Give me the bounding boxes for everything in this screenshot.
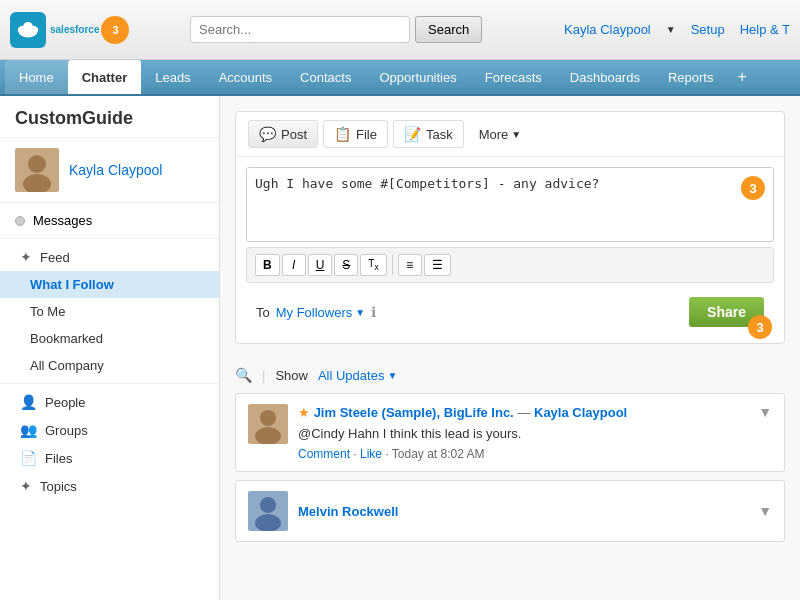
feed-item-linked-by[interactable]: Kayla Claypool	[534, 405, 627, 420]
all-updates-chevron-icon: ▼	[387, 370, 397, 381]
post-area: 💬 Post 📋 File 📝 Task More ▼ Ug	[235, 111, 785, 344]
followers-chevron-icon: ▼	[355, 307, 365, 318]
sidebar-item-bookmarked[interactable]: Bookmarked	[0, 325, 219, 352]
header-right: Kayla Claypool ▼ Setup Help & T	[564, 22, 790, 37]
feed-avatar-2	[248, 491, 288, 531]
format-ordered-list[interactable]: ≡	[398, 254, 422, 276]
sidebar-item-people[interactable]: 👤 People	[0, 388, 219, 416]
format-unordered-list[interactable]: ☰	[424, 254, 451, 276]
feed-item-name-2[interactable]: Melvin Rockwell	[298, 504, 398, 519]
sidebar-item-groups[interactable]: 👥 Groups	[0, 416, 219, 444]
all-updates-label: All Updates	[318, 368, 384, 383]
feed-avatar-1	[248, 404, 288, 444]
feed-item: ★ Jim Steele (Sample), BigLife Inc. — Ka…	[235, 393, 785, 472]
feed-item-actions: Comment · Like · Today at 8:02 AM	[298, 447, 627, 461]
sidebar-all-company-label: All Company	[30, 358, 104, 373]
feed-item-time: Today at 8:02 AM	[392, 447, 485, 461]
format-underline[interactable]: U	[308, 254, 333, 276]
header: salesforce 3 Search Kayla Claypool ▼ Set…	[0, 0, 800, 60]
format-strikethrough[interactable]: S	[334, 254, 358, 276]
nav-contacts[interactable]: Contacts	[286, 60, 365, 94]
user-name[interactable]: Kayla Claypool	[564, 22, 651, 37]
sidebar-groups-label: Groups	[45, 423, 88, 438]
content: 💬 Post 📋 File 📝 Task More ▼ Ug	[220, 96, 800, 600]
post-textarea-wrapper: Ugh I have some #[Competitors] - any adv…	[246, 167, 774, 242]
avatar	[15, 148, 59, 192]
post-tab-post[interactable]: 💬 Post	[248, 120, 318, 148]
help-link[interactable]: Help & T	[740, 22, 790, 37]
collapse-icon-2[interactable]: ▼	[758, 503, 772, 519]
profile-name[interactable]: Kayla Claypool	[69, 162, 162, 178]
sidebar-item-topics[interactable]: ✦ Topics	[0, 472, 219, 500]
sidebar-feed-label: Feed	[40, 250, 70, 265]
format-bold[interactable]: B	[255, 254, 280, 276]
share-step-badge: 3	[748, 315, 772, 339]
sidebar-item-to-me[interactable]: To Me	[0, 298, 219, 325]
file-icon: 📋	[334, 126, 351, 142]
sidebar-item-feed[interactable]: ✦ Feed	[0, 243, 219, 271]
sidebar-item-messages[interactable]: Messages	[0, 207, 219, 234]
collapse-icon[interactable]: ▼	[758, 404, 772, 420]
info-icon[interactable]: ℹ	[371, 304, 376, 320]
star-icon: ★	[298, 405, 310, 420]
sidebar-bookmarked-label: Bookmarked	[30, 331, 103, 346]
post-more-menu[interactable]: More ▼	[469, 122, 532, 147]
post-tab-file[interactable]: 📋 File	[323, 120, 388, 148]
nav-chatter[interactable]: Chatter	[68, 60, 142, 94]
sidebar: CustomGuide Kayla Claypool Messages	[0, 96, 220, 600]
topics-icon: ✦	[20, 478, 32, 494]
nav-dashboards[interactable]: Dashboards	[556, 60, 654, 94]
nav-home[interactable]: Home	[5, 60, 68, 94]
to-area: To My Followers ▼ ℹ	[256, 304, 376, 320]
sidebar-item-files[interactable]: 📄 Files	[0, 444, 219, 472]
feed-item-text: @Cindy Hahn I think this lead is yours.	[298, 426, 627, 441]
nav-opportunities[interactable]: Opportunities	[365, 60, 470, 94]
to-label: To	[256, 305, 270, 320]
followers-dropdown[interactable]: My Followers ▼	[276, 305, 365, 320]
logo-badge: 3	[101, 16, 129, 44]
feed-icon: ✦	[20, 249, 32, 265]
like-link[interactable]: Like	[360, 447, 382, 461]
feed-search-icon[interactable]: 🔍	[235, 367, 252, 383]
setup-link[interactable]: Setup	[691, 22, 725, 37]
format-italic[interactable]: I	[282, 254, 306, 276]
task-icon: 📝	[404, 126, 421, 142]
post-more-label: More	[479, 127, 509, 142]
nav-accounts[interactable]: Accounts	[205, 60, 286, 94]
post-textarea[interactable]: Ugh I have some #[Competitors] - any adv…	[247, 168, 773, 238]
groups-icon: 👥	[20, 422, 37, 438]
post-tab-task[interactable]: 📝 Task	[393, 120, 464, 148]
svg-point-6	[28, 155, 46, 173]
sidebar-item-all-company[interactable]: All Company	[0, 352, 219, 379]
svg-point-4	[23, 22, 32, 30]
comment-link[interactable]: Comment	[298, 447, 350, 461]
svg-point-9	[260, 410, 276, 426]
share-button-wrapper: Share 3	[689, 297, 764, 327]
step-badge-3: 3	[741, 176, 765, 200]
sidebar-item-what-i-follow[interactable]: What I Follow	[0, 271, 219, 298]
org-name: CustomGuide	[0, 96, 219, 138]
post-tab-task-label: Task	[426, 127, 453, 142]
feed-item-title: ★ Jim Steele (Sample), BigLife Inc. — Ka…	[298, 404, 627, 422]
files-icon: 📄	[20, 450, 37, 466]
followers-label: My Followers	[276, 305, 353, 320]
feed-item-name[interactable]: Jim Steele (Sample), BigLife Inc.	[314, 405, 514, 420]
nav-reports[interactable]: Reports	[654, 60, 728, 94]
search-input[interactable]	[190, 16, 410, 43]
sidebar-to-me-label: To Me	[30, 304, 65, 319]
feed-item-row: ★ Jim Steele (Sample), BigLife Inc. — Ka…	[248, 404, 772, 461]
people-icon: 👤	[20, 394, 37, 410]
format-subscript[interactable]: Tx	[360, 254, 386, 276]
nav-plus[interactable]: +	[727, 60, 756, 94]
message-circle-icon	[15, 216, 25, 226]
post-icon: 💬	[259, 126, 276, 142]
format-separator	[392, 255, 393, 275]
feed-item-content: ★ Jim Steele (Sample), BigLife Inc. — Ka…	[298, 404, 627, 461]
post-body: Ugh I have some #[Competitors] - any adv…	[236, 157, 784, 343]
nav-leads[interactable]: Leads	[141, 60, 204, 94]
profile-section: Kayla Claypool	[0, 138, 219, 203]
all-updates-dropdown[interactable]: All Updates ▼	[318, 368, 397, 383]
search-button[interactable]: Search	[415, 16, 482, 43]
nav-forecasts[interactable]: Forecasts	[471, 60, 556, 94]
sidebar-messages-label: Messages	[33, 213, 92, 228]
